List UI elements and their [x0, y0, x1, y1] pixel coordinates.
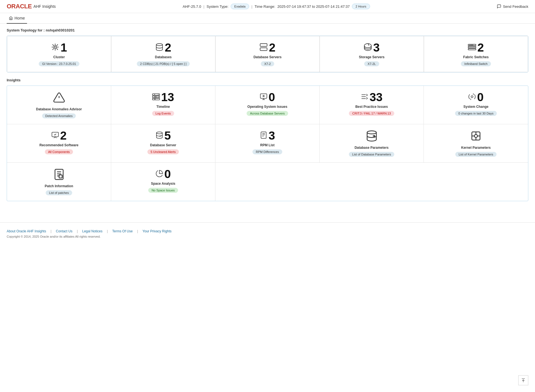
scroll-to-top-button[interactable]	[518, 375, 528, 385]
card-label: Databases	[155, 55, 172, 59]
insights-card-best-practice-issues[interactable]: 33 Best Practice Issues CRIT:3 / FAIL:17…	[320, 86, 424, 124]
send-feedback-button[interactable]: Send Feedback	[497, 4, 528, 9]
insights-card-operating-system-issues[interactable]: 0 Operating System Issues Across Databas…	[215, 86, 320, 124]
card-badge: Detected Anomalies	[42, 113, 76, 118]
card-icon-number: 0	[260, 91, 275, 103]
insights-card-database-server[interactable]: 5 Database Server 5 Uncleared Alerts	[111, 124, 215, 162]
footer-separator-2: |	[77, 229, 78, 233]
insights-card-recommended-software[interactable]: 2 Recommended Software All Components	[7, 124, 111, 162]
svg-line-5	[53, 44, 54, 46]
insights-card-system-change[interactable]: 0 System Change 0 changes in last 30 Day…	[424, 86, 528, 124]
card-number: 2	[165, 42, 171, 53]
card-label: Best Practice Issues	[355, 105, 388, 109]
anomalies-icon	[53, 91, 65, 105]
card-number: 2	[269, 42, 275, 53]
topology-cards: 1 Cluster GI Version : 23.7.0.25.01 2 Da…	[7, 36, 528, 72]
svg-rect-11	[260, 48, 267, 50]
topology-card-databases[interactable]: 2 Databases 2 CDB(s) [ 21 PDB(s) / [ 5 o…	[111, 36, 215, 72]
card-label: Recommended Software	[39, 143, 78, 147]
svg-point-9	[156, 43, 163, 46]
footer-copyright: Copyright © 2014, 2025 Oracle and/or its…	[7, 235, 528, 238]
card-badge: Across Database Servers	[247, 111, 288, 116]
ahf-logo-text: AHF Insights	[33, 4, 56, 9]
topology-card-storage-servers[interactable]: 3 Storage Servers X7-2L	[320, 36, 424, 72]
footer-links: About Oracle AHF Insights|Contact Us|Leg…	[7, 229, 528, 233]
rpm-list-icon	[260, 131, 268, 140]
servers-icon	[259, 43, 268, 53]
card-icon-number: 5	[155, 130, 171, 142]
card-badge: List of Database Parameters	[349, 152, 394, 157]
best-practice-icon	[361, 93, 368, 102]
svg-point-45	[367, 131, 376, 134]
svg-rect-28	[260, 94, 267, 98]
cluster-icon	[51, 43, 59, 53]
card-number: 5	[164, 130, 171, 142]
footer-link-your-privacy-rights[interactable]: Your Privacy Rights	[142, 229, 171, 233]
insights-card-rpm-list[interactable]: 3 RPM List RPM Differences	[215, 124, 320, 162]
logo: ORACLE AHF Insights	[7, 3, 56, 10]
system-type-badge: Exadata	[231, 4, 249, 9]
fabric-icon	[468, 43, 476, 53]
topology-card-cluster[interactable]: 1 Cluster GI Version : 23.7.0.25.01	[7, 36, 111, 72]
card-number: 0	[164, 168, 171, 180]
footer-link-contact-us[interactable]: Contact Us	[56, 229, 72, 233]
card-number: 13	[161, 91, 174, 103]
card-icon-number: 33	[361, 91, 383, 103]
footer-link-legal-notices[interactable]: Legal Notices	[82, 229, 103, 233]
card-number: 0	[477, 91, 483, 103]
db-server-icon	[155, 131, 163, 140]
footer: About Oracle AHF Insights|Contact Us|Leg…	[0, 222, 535, 245]
db-params-icon	[366, 130, 378, 143]
footer-link-terms-of-use[interactable]: Terms Of Use	[112, 229, 133, 233]
sep1: |	[203, 4, 204, 9]
insights-card-database-anomalies-advisor[interactable]: Database Anomalies Advisor Detected Anom…	[7, 86, 111, 124]
home-tab[interactable]: Home	[7, 13, 27, 24]
os-issues-icon	[260, 93, 268, 102]
svg-rect-41	[261, 132, 266, 138]
svg-rect-14	[468, 44, 476, 46]
nav-bar: Home	[0, 13, 535, 24]
card-label: Timeline	[156, 105, 170, 109]
card-icon-number: 2	[155, 42, 171, 53]
insights-section-title: Insights	[7, 78, 528, 82]
feedback-icon	[497, 4, 501, 9]
card-icon-number: 3	[260, 130, 275, 142]
card-badge: 5 Uncleared Alerts	[147, 149, 179, 154]
svg-line-6	[56, 48, 58, 50]
card-number: 33	[369, 91, 383, 103]
version-text: AHF-25.7.0	[183, 4, 201, 9]
topology-card-fabric-switches[interactable]: 2 Fabric Switches Infiniband Switch	[424, 36, 528, 72]
card-label: RPM List	[260, 143, 274, 147]
card-badge: RPM Differences	[252, 149, 282, 154]
home-icon	[9, 16, 13, 20]
svg-point-48	[475, 135, 478, 138]
topology-card-database-servers[interactable]: 2 Database Servers X7-2	[215, 36, 320, 72]
card-number: 1	[60, 42, 67, 53]
time-range-badge: 2 Hours	[352, 4, 370, 9]
insights-card-patch-information[interactable]: Patch Information List of patches	[7, 163, 111, 201]
header: ORACLE AHF Insights AHF-25.7.0 | System …	[0, 0, 535, 13]
svg-line-7	[53, 48, 54, 50]
insights-card-timeline[interactable]: 13 Timeline Log Events	[111, 86, 215, 124]
card-label: Space Analysis	[151, 182, 176, 186]
card-label: Patch Information	[45, 184, 73, 188]
card-badge: Infiniband Switch	[461, 61, 491, 66]
card-badge: 2 CDB(s) [ 21 PDB(s) / [ 5 open ] ]	[137, 61, 190, 66]
card-label: Operating System Issues	[247, 105, 287, 109]
footer-link-about-oracle-ahf-insights[interactable]: About Oracle AHF Insights	[7, 229, 46, 233]
header-info: AHF-25.7.0 | System Type: Exadata | Time…	[60, 4, 492, 9]
insights-card-database-parameters[interactable]: Database Parameters List of Database Par…	[320, 124, 424, 162]
storage-icon	[364, 43, 372, 53]
svg-rect-16	[468, 48, 476, 50]
card-badge: All Components	[45, 149, 73, 154]
insights-card-kernel-parameters[interactable]: Kernel Parameters List of Kernel Paramet…	[424, 124, 528, 162]
kernel-params-icon	[470, 130, 482, 143]
svg-point-40	[156, 132, 162, 134]
system-change-icon	[468, 93, 476, 102]
home-tab-label: Home	[14, 16, 25, 20]
footer-separator-4: |	[137, 229, 138, 233]
insights-card-space-analysis[interactable]: 0 Space Analysis No Space Issues	[111, 163, 215, 201]
card-badge: List of patches	[46, 190, 72, 195]
insights-row-1: 2 Recommended Software All Components 5 …	[7, 124, 528, 163]
svg-rect-15	[468, 46, 476, 48]
